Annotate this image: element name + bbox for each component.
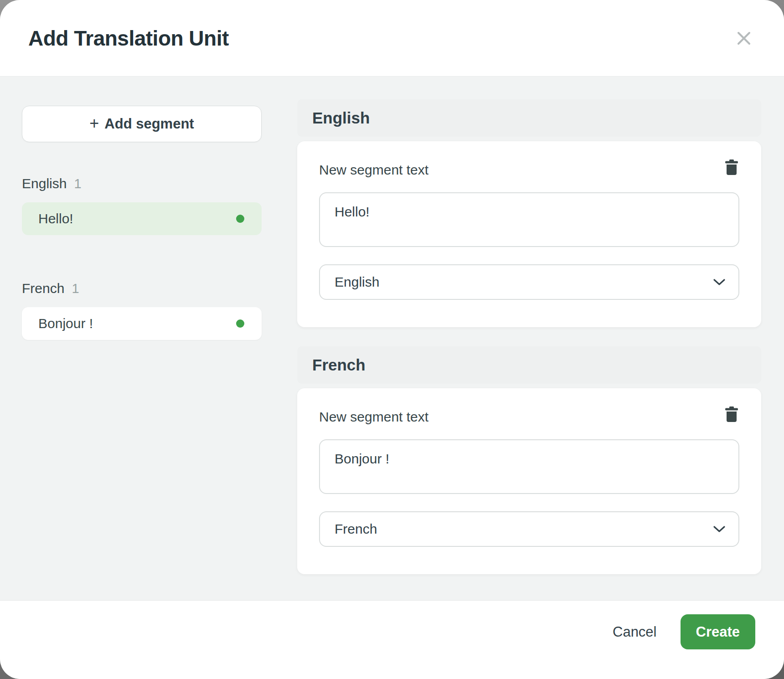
group-language-name: French	[22, 281, 64, 296]
trash-icon	[725, 406, 738, 424]
language-select[interactable]: English	[319, 264, 739, 300]
close-button[interactable]	[731, 26, 757, 51]
language-select[interactable]: French	[319, 511, 739, 547]
segment-text-input[interactable]: Bonjour !	[319, 439, 739, 494]
language-group-label-french: French 1	[22, 281, 262, 296]
add-segment-label: Add segment	[104, 116, 194, 132]
segment-card-english: New segment text Hello! English	[297, 141, 761, 327]
close-icon	[735, 29, 753, 47]
trash-icon	[725, 159, 738, 177]
cancel-button[interactable]: Cancel	[600, 614, 670, 649]
dialog-header: Add Translation Unit	[0, 0, 784, 77]
language-select-value: English	[335, 274, 379, 290]
group-segment-count: 1	[72, 281, 79, 296]
dialog-body: + Add segment English 1 Hello! French 1 …	[0, 77, 784, 600]
new-segment-text-label: New segment text	[319, 406, 428, 425]
language-select-value: French	[335, 521, 377, 537]
section-header-text: French	[312, 356, 366, 374]
green-dot-icon	[236, 215, 244, 223]
dialog-footer: Cancel Create	[0, 600, 784, 679]
plus-icon: +	[89, 115, 99, 132]
dialog-title: Add Translation Unit	[28, 26, 229, 51]
new-segment-text-label: New segment text	[319, 159, 428, 178]
add-segment-button[interactable]: + Add segment	[22, 106, 262, 142]
segment-item-text: Bonjour !	[38, 316, 93, 331]
segment-card-french: New segment text Bonjour ! French	[297, 388, 761, 574]
section-header-english: English	[297, 99, 761, 137]
section-header-text: English	[312, 109, 370, 127]
segments-sidebar: + Add segment English 1 Hello! French 1 …	[22, 99, 262, 600]
delete-segment-button[interactable]	[724, 406, 739, 425]
chevron-down-icon	[713, 274, 726, 290]
delete-segment-button[interactable]	[724, 159, 739, 178]
green-dot-icon	[236, 319, 244, 328]
chevron-down-icon	[713, 521, 726, 537]
segment-list-item-english[interactable]: Hello!	[22, 202, 262, 235]
segment-list-item-french[interactable]: Bonjour !	[22, 307, 262, 340]
segment-text-input[interactable]: Hello!	[319, 192, 739, 247]
group-language-name: English	[22, 176, 67, 191]
segment-item-text: Hello!	[38, 211, 73, 226]
group-segment-count: 1	[74, 176, 81, 191]
section-header-french: French	[297, 346, 761, 384]
add-translation-unit-dialog: Add Translation Unit + Add segment Engli…	[0, 0, 784, 679]
language-group-label-english: English 1	[22, 176, 262, 191]
segment-editor-column: English New segment text	[297, 99, 761, 600]
create-button[interactable]: Create	[681, 614, 756, 649]
